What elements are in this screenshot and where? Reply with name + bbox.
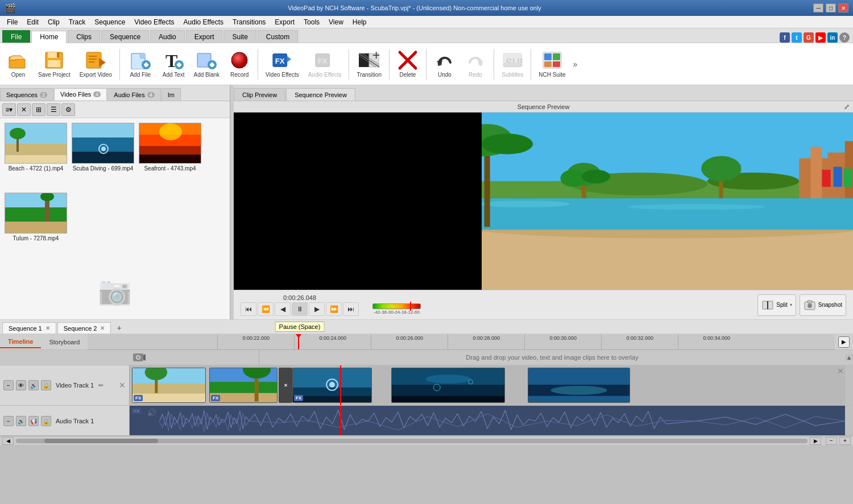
panel-tab-audio-files[interactable]: Audio Files 4 [107,88,160,101]
scroll-right-btn[interactable]: ▶ [838,336,850,348]
social-youtube[interactable]: ▶ [815,32,826,43]
tab-audio[interactable]: Audio [150,30,185,43]
panel-list-btn[interactable]: ☰ [47,103,60,116]
audio-track-speaker[interactable]: 📢 [28,416,39,426]
video-track-eye[interactable]: 👁 [16,380,26,390]
more-tools[interactable]: » [573,60,578,69]
audio-effects-button[interactable]: FX Audio Effects [304,46,346,82]
scroll-thumb[interactable] [44,439,158,443]
video-track-edit[interactable]: ✏ [98,382,103,389]
nch-suite-button[interactable]: NCH Suite [535,46,569,82]
split-button[interactable]: Split ▾ [757,294,796,316]
menu-clip[interactable]: Clip [43,17,64,27]
audio-track-minus[interactable]: − [3,416,14,426]
split-dropdown[interactable]: ▾ [790,302,792,307]
scroll-left-btn[interactable]: ◀ [2,437,14,445]
video-track-close[interactable]: ✕ [119,381,126,390]
menu-audio-effects[interactable]: Audio Effects [179,17,229,27]
menu-track[interactable]: Track [64,17,90,27]
add-blank-button[interactable]: Add Blank [190,46,224,82]
panel-tab-video-files[interactable]: Video Files 4 [54,88,107,101]
video-clip-beach[interactable]: FX [132,368,206,403]
seq1-close[interactable]: ✕ [45,325,50,331]
export-video-button[interactable]: Export Video [76,46,116,82]
clip-tulum[interactable]: ✔ Tulum - 7278.mp4 [5,193,67,258]
clip-seafront[interactable]: Seafront - 4743.mp4 [139,123,201,188]
audio-track-lock[interactable]: 🔒 [41,416,51,426]
seq2-close[interactable]: ✕ [100,325,105,331]
panel-tab-sequences[interactable]: Sequences 2 [0,88,53,101]
audio-track-vol[interactable]: 🔊 [16,416,26,426]
social-google[interactable]: G [804,32,814,43]
transport-end[interactable]: ⏭ [343,302,359,316]
add-sequence-button[interactable]: + [112,322,126,334]
social-twitter[interactable]: t [792,32,802,43]
transport-back[interactable]: ◀ [275,302,291,316]
scroll-track[interactable] [16,439,808,443]
timeline-tab[interactable]: Timeline [0,336,41,348]
video-track-speaker[interactable]: 🔊 [28,380,39,390]
open-button[interactable]: Open [3,46,33,82]
panel-delete-btn[interactable]: ✕ [17,103,31,116]
menu-transitions[interactable]: Transitions [228,17,270,27]
maximize-button[interactable]: □ [826,3,836,13]
panel-filter-btn[interactable]: ⚙ [61,103,75,116]
storyboard-tab[interactable]: Storyboard [41,336,88,348]
clip-beach[interactable]: ✔ Beach - 4722 (1).mp4 [5,123,67,188]
menu-view[interactable]: View [324,17,348,27]
social-facebook[interactable]: f [780,32,790,43]
video-clip-deep[interactable] [391,368,505,403]
zoom-in-btn[interactable]: + [839,437,851,445]
social-linkedin[interactable]: in [827,32,838,43]
tab-clips[interactable]: Clips [68,30,100,43]
transition-button[interactable]: ✕ Transition [353,46,386,82]
timeline-scrollbar-right[interactable]: ▲ [845,354,853,361]
tab-sequence[interactable]: Sequence [101,30,149,43]
minimize-button[interactable]: ─ [813,3,823,13]
redo-button[interactable]: Redo [461,46,490,82]
tab-home[interactable]: Home [31,31,67,43]
tab-sequence-preview[interactable]: Sequence Preview [286,88,355,101]
social-help[interactable]: ? [839,32,850,43]
video-track-close-right[interactable]: ✕ [837,366,844,376]
tab-clip-preview[interactable]: Clip Preview [234,88,285,101]
transport-forward[interactable]: ▶ [309,302,325,316]
video-track-minus[interactable]: − [3,380,14,390]
overlay-drop-zone[interactable]: Drag and drop your video, text and image… [259,354,845,361]
panel-tab-images[interactable]: Im [162,88,181,101]
clip-scuba[interactable]: ✔ Scuba Diving - 699.mp4 [72,123,134,188]
tab-file[interactable]: File [2,30,30,43]
seq-tab-2[interactable]: Sequence 2 ✕ [57,322,111,334]
video-track-timeline[interactable]: FX FX ✕ [130,365,845,405]
add-file-button[interactable]: Add File [123,46,158,82]
seq-tab-1[interactable]: Sequence 1 ✕ [2,322,56,334]
transport-rewind-start[interactable]: ⏮ [241,302,256,316]
panel-view-dropdown[interactable]: ≡▾ [2,103,16,116]
scroll-right-btn2[interactable]: ▶ [810,437,821,445]
undo-button[interactable]: Undo [430,46,459,82]
video-clip-beach2[interactable] [528,368,630,403]
tab-custom[interactable]: Custom [258,30,298,43]
tab-suite[interactable]: Suite [223,30,256,43]
menu-help[interactable]: Help [348,17,371,27]
save-project-button[interactable]: Save Project [34,46,74,82]
menu-tools[interactable]: Tools [299,17,324,27]
tab-export[interactable]: Export [186,30,223,43]
zoom-out-btn[interactable]: − [826,437,837,445]
panel-group-btn[interactable]: ⊞ [32,103,45,116]
subtitles-button[interactable]: SUB Subtitles [498,46,527,82]
snapshot-button[interactable]: Snapshot [800,294,846,316]
transport-step-forward[interactable]: ⏩ [326,302,342,316]
menu-file[interactable]: File [2,17,22,27]
video-clip-scuba[interactable]: FX [292,368,372,403]
menu-edit[interactable]: Edit [22,17,43,27]
video-effects-button[interactable]: FX Video Effects [262,46,303,82]
video-clip-tulum[interactable]: FX [209,368,278,403]
record-button[interactable]: Record [225,46,254,82]
delete-button[interactable]: Delete [393,46,423,82]
audio-track-timeline[interactable]: FX 🔊 [130,406,845,436]
close-button[interactable]: ✕ [838,3,848,13]
menu-video-effects[interactable]: Video Effects [130,17,179,27]
transport-step-back[interactable]: ⏪ [258,302,274,316]
menu-sequence[interactable]: Sequence [90,17,130,27]
